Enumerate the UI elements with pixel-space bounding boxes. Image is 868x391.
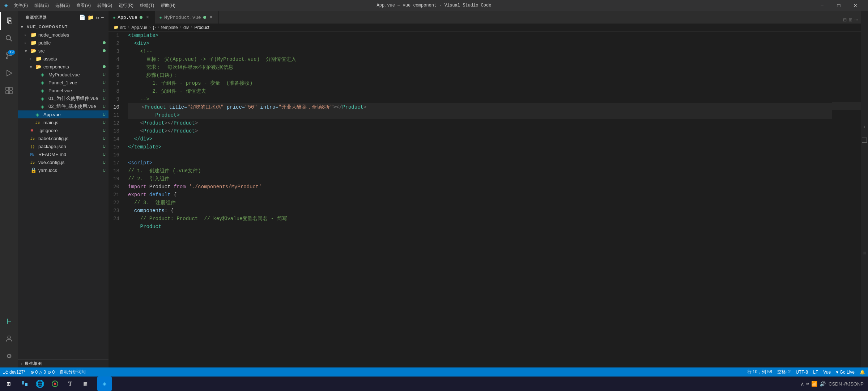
code-line: <template> (128, 31, 832, 39)
modified-dot (103, 65, 106, 68)
title-menu-item[interactable]: 文件(F) (11, 2, 31, 9)
maximize-button[interactable]: ❐ (830, 0, 847, 11)
sidebar-tree-item[interactable]: JSmain.jsU (18, 118, 109, 126)
sidebar-tree-item[interactable]: JSvue.config.jsU (18, 158, 109, 166)
sidebar-tree-item[interactable]: 🔒yarn.lockU (18, 166, 109, 174)
tab-label-myproduct-vue: MyProduct.vue (164, 15, 201, 20)
code-token: 需求： 每次组件显示不同的数据信息 (128, 63, 233, 71)
sidebar-tree-item[interactable]: ◈Pannel_1.vueU (18, 79, 109, 87)
title-menu-item[interactable]: 终端(T) (137, 2, 157, 9)
extensions-activity-icon[interactable] (0, 82, 18, 99)
title-menu-item[interactable]: 转到(G) (94, 2, 115, 9)
breadcrumb-product[interactable]: Product (194, 25, 209, 30)
breadcrumb-src[interactable]: 📁 src (114, 25, 126, 30)
tray-up-icon[interactable]: ∧ (801, 381, 804, 387)
breadcrumb-app-vue[interactable]: App.vue (131, 25, 147, 30)
taskbar-chrome[interactable] (48, 377, 62, 391)
more-actions-icon[interactable]: ⋯ (854, 16, 858, 24)
taskbar-browser[interactable]: 🌐 (33, 377, 47, 391)
file-type-icon: ◈ (41, 88, 47, 93)
title-menu-item[interactable]: 选择(S) (52, 2, 73, 9)
title-menu-item[interactable]: 查看(V) (73, 2, 94, 9)
breadcrumb-template[interactable]: template (161, 25, 178, 30)
remote-activity-icon[interactable]: ⊢ (0, 312, 18, 330)
minimize-button[interactable]: − (814, 0, 830, 11)
tab-myproduct-vue[interactable]: ◈ MyProduct.vue × (155, 11, 219, 24)
code-token: <div> (128, 39, 149, 47)
tab-modified-myproduct-vue (203, 16, 206, 19)
outline-section[interactable]: ▸ 展生单图 (18, 360, 109, 367)
code-line: <!-- (128, 47, 832, 55)
sidebar-tree-item[interactable]: ◈Pannel.vueU (18, 87, 109, 94)
tree-item-label: main.js (43, 120, 101, 125)
tab-close-app-vue[interactable]: × (145, 14, 150, 20)
sidebar-tree-item[interactable]: ◈01_为什么使用组件.vueU (18, 94, 109, 102)
sidebar-tree-item[interactable]: ∨📂components (18, 63, 109, 71)
title-menu-item[interactable]: 帮助(H) (158, 2, 178, 9)
refresh-icon[interactable]: ↻ (96, 14, 99, 21)
sidebar-tree-item[interactable]: ◈MyProduct.vueU (18, 71, 109, 79)
code-editor[interactable]: 123456789101112131415161718192021222324 … (109, 31, 861, 367)
sidebar-tree-item[interactable]: ›📁assets (18, 55, 109, 63)
account-activity-icon[interactable] (0, 330, 18, 347)
file-type-icon: JS (30, 160, 37, 164)
settings-activity-icon[interactable]: ⚙ (0, 347, 18, 365)
tree-item-label: vue.config.js (38, 160, 101, 165)
taskbar-terminal[interactable]: T (63, 377, 77, 391)
sidebar-tree-item[interactable]: JSbabel.config.jsU (18, 134, 109, 142)
sidebar-tree-item[interactable]: {}package.jsonU (18, 142, 109, 150)
warning-icon: △ 0 (39, 370, 46, 375)
taskbar-cmd[interactable]: ▦ (78, 377, 93, 391)
status-encoding[interactable]: UTF-8 (796, 369, 808, 375)
explorer-activity-icon[interactable]: ⎘ (0, 12, 18, 30)
status-language[interactable]: Vue (823, 369, 831, 375)
new-file-icon[interactable]: 📄 (79, 14, 85, 21)
sidebar-tree-item[interactable]: ›📁public (18, 39, 109, 47)
root-folder[interactable]: ▾ VUE_COMPONENT (18, 23, 109, 31)
line-number: 14 (109, 135, 123, 143)
collapse-icon[interactable]: ⋯ (101, 14, 104, 21)
breadcrumb-div[interactable]: div (183, 25, 189, 30)
sidebar-tree: ›📁node_modules›📁public∨📂src›📁assets∨📂com… (18, 31, 109, 360)
title-menu-item[interactable]: 运行(R) (116, 2, 136, 9)
line-number: 2 (109, 39, 123, 47)
source-control-activity-icon[interactable]: 19 (0, 47, 18, 64)
status-cursor[interactable]: 行 10，列 58 (747, 369, 772, 375)
taskbar-vscode[interactable]: ◈ (97, 377, 112, 391)
new-folder-icon[interactable]: 📁 (88, 14, 94, 21)
line-number: 20 (109, 183, 123, 191)
code-line: <Product></Product> (128, 119, 832, 127)
sidebar-tree-item[interactable]: M↓README.mdU (18, 150, 109, 158)
windows-start-button[interactable]: ⊞ (1, 377, 16, 391)
window-title: App.vue — vue_component - Visual Studio … (377, 3, 492, 8)
sidebar-tree-item[interactable]: ◈App.vueU (18, 110, 109, 118)
status-branch[interactable]: ⎇ dev127* (3, 370, 25, 375)
title-menu-item[interactable]: 编辑(E) (31, 2, 52, 9)
close-button[interactable]: ✕ (847, 0, 864, 11)
svg-point-0 (6, 35, 10, 40)
sidebar-tree-item[interactable]: ∨📂src (18, 47, 109, 55)
status-notification[interactable]: 🔔 (860, 369, 865, 375)
tab-close-myproduct-vue[interactable]: × (208, 14, 214, 20)
file-type-icon: ◈ (41, 96, 47, 101)
status-spaces[interactable]: 空格: 2 (777, 369, 791, 375)
sidebar-tree-item[interactable]: ›📁node_modules (18, 31, 109, 39)
taskbar-explorer[interactable] (17, 377, 32, 391)
split-editor-icon[interactable]: ⊟ (843, 16, 847, 24)
line-number: 17 (109, 159, 123, 167)
code-content[interactable]: <template> <div> <!-- 目标： 父(App.vue) -> … (127, 31, 832, 367)
status-auto-analysis[interactable]: 自动分析词间 (60, 369, 86, 375)
status-errors[interactable]: ⊗ 0 △ 0 ⊘ 0 (30, 370, 55, 375)
line-number: 13 (109, 127, 123, 135)
search-activity-icon[interactable] (0, 30, 18, 47)
tab-app-vue[interactable]: ◈ App.vue × (109, 11, 155, 24)
status-eol[interactable]: LF (813, 369, 818, 375)
right-panel-collapse-icon[interactable]: ‹ (863, 124, 866, 130)
status-golive[interactable]: ♥ Go Live (836, 369, 855, 375)
code-token: > (195, 127, 198, 135)
run-debug-activity-icon[interactable] (0, 64, 18, 82)
editor-layout-icon[interactable]: ⊞ (849, 16, 852, 24)
sidebar-tree-item[interactable]: ≡.gitignoreU (18, 126, 109, 134)
breadcrumb-braces[interactable]: {} (153, 25, 156, 30)
sidebar-tree-item[interactable]: ◈02_组件_基本使用.vueU (18, 102, 109, 110)
